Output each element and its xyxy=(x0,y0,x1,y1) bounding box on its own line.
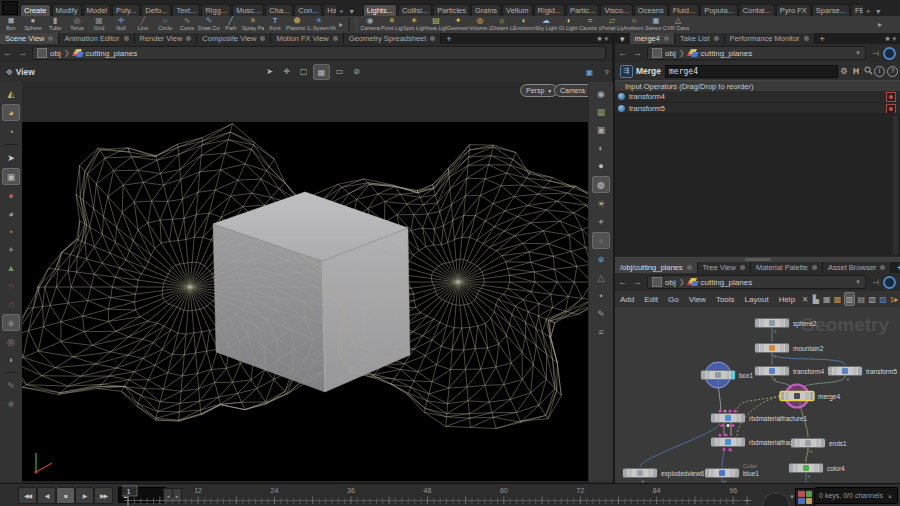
menu-help[interactable]: Help xyxy=(774,295,800,304)
tool-spot-light[interactable]: ☀Spot Light xyxy=(403,16,425,33)
tool-spray-paint[interactable]: ✳Spray Paint xyxy=(242,16,264,33)
view-volume[interactable]: ◭ xyxy=(3,86,19,101)
shelf-tab-pyro-fx[interactable]: Pyro FX xyxy=(776,4,811,16)
menu-tools[interactable]: Tools xyxy=(711,295,740,304)
stop-button[interactable]: ■ xyxy=(56,487,75,504)
breadcrumb-node[interactable]: cutting_planes xyxy=(86,49,138,58)
select-arrow-icon[interactable]: ➤ xyxy=(262,64,277,78)
shelf-tab-rigg-[interactable]: Rigg... xyxy=(201,4,231,16)
shelf-tab-fem[interactable]: FEM xyxy=(851,4,863,16)
breadcrumb-context[interactable]: obj xyxy=(665,49,676,58)
node-name-field[interactable] xyxy=(665,65,838,78)
scale-tool[interactable]: • xyxy=(3,224,19,239)
net-tools-icon[interactable]: ✕ xyxy=(800,293,810,305)
shelf2-tab-menu-icon[interactable]: ▾ xyxy=(873,7,883,16)
menu-go[interactable]: Go xyxy=(663,295,684,304)
tool-sky-light[interactable]: ☁Sky Light xyxy=(535,16,557,33)
gear-icon[interactable]: ⚙ xyxy=(838,66,850,76)
close-tab-icon[interactable] xyxy=(333,36,338,41)
menu-layout[interactable]: Layout xyxy=(740,295,774,304)
persp-view-selector[interactable]: Persp▼ xyxy=(520,84,558,97)
close-tab-icon[interactable] xyxy=(714,36,719,41)
tool-platonic-solids[interactable]: ⬟Platonic Solids xyxy=(286,16,308,33)
net-quickmark-icon[interactable]: 1▸ xyxy=(889,293,899,305)
pane-maximize-icon[interactable]: ■ xyxy=(597,35,601,42)
snap-magnet-strong[interactable]: ∩ xyxy=(3,296,19,311)
jump-end-button[interactable]: ▶▶ xyxy=(94,487,113,504)
viewport-breadcrumb[interactable]: obj ❯ cutting_planes xyxy=(32,46,606,60)
tab-asset-browser[interactable]: Asset Browser xyxy=(823,262,891,273)
close-tab-icon[interactable] xyxy=(687,265,692,270)
shelf-tab-grains[interactable]: Grains xyxy=(471,4,501,16)
pane-options-icon[interactable]: ▾ xyxy=(604,35,608,43)
close-tab-icon[interactable] xyxy=(804,36,809,41)
forward-icon[interactable]: → xyxy=(15,48,30,58)
circle-tool[interactable]: ◎ xyxy=(3,334,19,349)
new-tab-button[interactable]: + xyxy=(891,262,900,273)
help-icon[interactable]: ? xyxy=(887,66,898,77)
close-tab-icon[interactable] xyxy=(124,36,129,41)
select-tool[interactable]: ➤ xyxy=(3,150,19,165)
shelf-tab-sparse-[interactable]: Sparse... xyxy=(812,4,850,16)
pin-icon[interactable]: ⊣ xyxy=(872,49,879,58)
input-operator-row[interactable]: transform4 xyxy=(615,91,900,103)
eye-icon[interactable]: ◉ xyxy=(593,86,609,101)
shelf-tab-hai-[interactable]: Hai... xyxy=(323,4,336,16)
shelf-tab-collisi-[interactable]: Collisi... xyxy=(398,4,432,16)
path-dropdown-icon[interactable]: ▼ xyxy=(855,50,861,56)
disable-icon[interactable]: ⊘ xyxy=(349,64,364,78)
tool-l-system[interactable]: ✳L-System xyxy=(308,16,330,33)
node-blue1[interactable]: Colorblue1 xyxy=(705,463,759,483)
tab-tree-view[interactable]: Tree View xyxy=(698,262,751,273)
tool-camera[interactable]: ◉Camera xyxy=(359,16,381,33)
shelf-tab-model[interactable]: Model xyxy=(83,4,111,16)
snap-magnet[interactable]: ∩ xyxy=(3,278,19,293)
hq-light-icon[interactable]: ☀ xyxy=(593,196,609,211)
node-ends1[interactable]: ends1 xyxy=(791,439,847,453)
search-icon[interactable] xyxy=(862,66,874,77)
frame-ruler[interactable]: 12243648607284961 xyxy=(122,484,774,506)
net-forward-icon[interactable]: → xyxy=(630,277,645,287)
tool-null[interactable]: ✛Null xyxy=(110,16,132,33)
shelf-tab-popula-[interactable]: Popula... xyxy=(700,4,738,16)
breadcrumb-node[interactable]: cutting_planes xyxy=(701,278,753,287)
shelf-tab-lights-[interactable]: Lights... xyxy=(363,4,397,16)
shelf2-overflow-icon[interactable]: ▸ xyxy=(875,16,885,33)
view-grip-icon[interactable]: ✥ xyxy=(6,68,13,77)
shelf-tab-fluid-[interactable]: Fluid... xyxy=(669,4,700,16)
link-radio-icon[interactable] xyxy=(883,47,896,60)
node-transform5[interactable]: transform5 xyxy=(828,367,897,381)
tool-draw-curve[interactable]: ✎Draw Curve xyxy=(198,16,220,33)
tool-tube[interactable]: ▮Tube xyxy=(44,16,66,33)
shelf-tab-oceans[interactable]: Oceans xyxy=(634,4,668,16)
node-transform4[interactable]: transform4 xyxy=(755,367,824,381)
remove-input-button[interactable] xyxy=(886,104,896,114)
tool-circle[interactable]: ○Circle xyxy=(154,16,176,33)
pose-tool[interactable]: ✦ xyxy=(3,242,19,257)
ghost-icon[interactable]: △ xyxy=(593,270,609,285)
net-back-icon[interactable]: ← xyxy=(615,277,630,287)
tool-gi-light[interactable]: ◑GI Light xyxy=(557,16,579,33)
headlight-icon[interactable]: ● xyxy=(593,158,609,173)
node-mountain2[interactable]: mountain2 xyxy=(755,344,824,358)
node-explodedview6[interactable]: explodedview6 xyxy=(623,469,704,483)
remove-input-button[interactable] xyxy=(886,92,896,102)
close-tab-icon[interactable] xyxy=(48,36,53,41)
net-browser-icon[interactable]: ▙ xyxy=(811,293,821,305)
wireframe-icon[interactable]: ❄ xyxy=(593,252,609,267)
shelf-menu-icon[interactable] xyxy=(2,1,18,15)
lock-camera-icon[interactable]: ▣ xyxy=(593,122,609,137)
menu-edit[interactable]: Edit xyxy=(639,295,663,304)
shelf-tab-create[interactable]: Create xyxy=(20,4,51,16)
net-link-radio-icon[interactable] xyxy=(883,276,896,289)
jump-start-button[interactable]: ◀◀ xyxy=(18,487,37,504)
node-color4[interactable]: color4 xyxy=(789,464,845,478)
close-tab-icon[interactable] xyxy=(430,36,435,41)
keyframe-colors-icon[interactable] xyxy=(795,488,815,506)
new-tab-button[interactable]: + xyxy=(815,33,830,44)
shelf-tab-cha-[interactable]: Cha... xyxy=(265,4,293,16)
help-icon[interactable]: ? xyxy=(599,65,614,79)
flower-tool[interactable]: ❀ xyxy=(3,396,19,411)
tab-render-view[interactable]: Render View xyxy=(135,33,198,44)
tab-animation-editor[interactable]: Animation Editor xyxy=(59,33,134,44)
